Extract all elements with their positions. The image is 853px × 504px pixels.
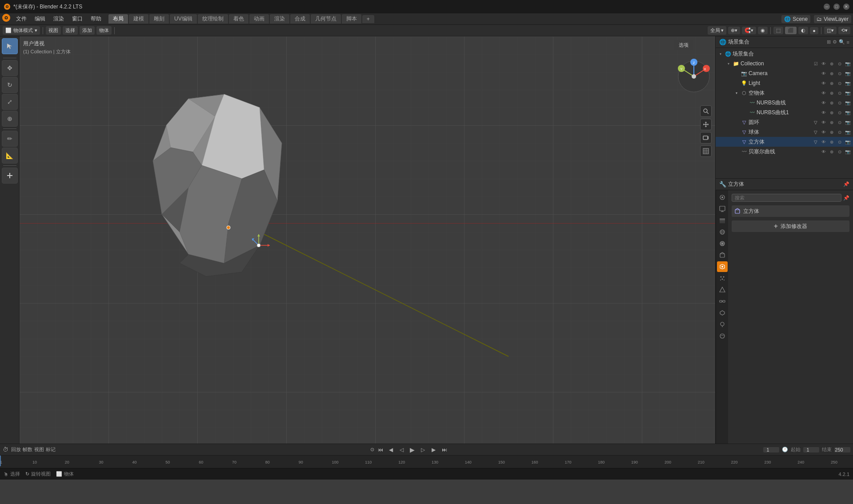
window-menu[interactable]: 窗口 [68,14,86,24]
render-props-tab[interactable] [717,192,728,203]
pan-icon-btn[interactable] [700,119,712,130]
outliner-cube[interactable]: ▽ 立方体 ▽ 👁 ⊕ ⊙ 📷 [716,137,853,147]
transform-tool[interactable]: ⊕ [2,111,18,127]
outliner-torus[interactable]: ▽ 圆环 ▽ 👁 ⊕ ⊙ 📷 [716,117,853,127]
outliner-camera[interactable]: 📷 Camera 👁 ⊕ ⊙ 📷 [716,68,853,78]
torus-filter[interactable]: ▽ [812,119,819,126]
torus-eye[interactable]: 👁 [820,119,827,126]
camera-hide[interactable]: ⊙ [836,70,843,77]
next-keyframe-btn[interactable]: ▷ [419,445,428,454]
light-cursor[interactable]: ⊕ [828,80,835,87]
file-menu[interactable]: 文件 [12,14,30,24]
select-menu-btn[interactable]: 选择 [63,26,78,35]
collection-eye[interactable]: 👁 [820,60,827,67]
collection-render[interactable]: 📷 [844,60,851,67]
nurbs2-eye[interactable]: 👁 [820,109,827,116]
workspace-tab-uv[interactable]: UV编辑 [170,14,197,24]
frame-menu[interactable]: 帧数 [23,446,32,453]
mode-selector[interactable]: ⬜ 物体模式 ▾ [3,26,40,35]
outliner-empty[interactable]: ▾ ⬡ 空物体 👁 ⊕ ⊙ 📷 [716,88,853,98]
prev-frame-btn[interactable]: ◀ [387,445,396,454]
playback-menu[interactable]: 回放 [11,446,21,453]
outliner-scene-collection[interactable]: ▾ 🌐 场景集合 [716,49,853,59]
grid-icon-btn[interactable] [700,145,712,157]
close-btn[interactable]: ✕ [843,4,849,10]
nurbs1-hide[interactable]: ⊙ [836,99,843,106]
empty-eye[interactable]: 👁 [820,89,827,96]
sphere-cursor[interactable]: ⊕ [828,128,835,136]
light-render[interactable]: 📷 [844,80,851,87]
output-props-tab[interactable] [717,204,728,214]
material-shading-btn[interactable]: ◐ [798,27,808,34]
outliner-nurbs1[interactable]: 〰 NURBS曲线 👁 ⊕ ⊙ 📷 [716,98,853,108]
workspace-tab-modeling[interactable]: 建模 [129,14,148,24]
object-props-tab[interactable] [717,250,728,260]
cube-render[interactable]: 📷 [844,138,851,145]
sphere-eye[interactable]: 👁 [820,128,827,136]
properties-search[interactable] [732,194,841,202]
global-selector-btn[interactable]: 全局 ▾ [708,26,726,35]
maximize-btn[interactable]: □ [833,4,840,10]
outliner-filter-icon[interactable]: ⊞ [827,39,831,45]
modifier-props-tab[interactable] [717,261,728,272]
cube-cursor[interactable]: ⊕ [828,138,835,145]
workspace-tab-compositing[interactable]: 合成 [290,14,310,24]
proportional-edit-btn[interactable]: ◉ [758,27,768,34]
pin-icon[interactable]: 📌 [843,181,849,187]
snap-btn[interactable]: 🧲▾ [742,27,756,34]
nurbs2-hide[interactable]: ⊙ [836,109,843,116]
scale-tool[interactable]: ⤢ [2,94,18,110]
sphere-filter[interactable]: ▽ [812,128,819,136]
empty-hide[interactable]: ⊙ [836,89,843,96]
jump-start-btn[interactable]: ⏮ [376,445,385,454]
collection-hide[interactable]: ⊙ [836,60,843,67]
outliner-options-icon[interactable]: ≡ [847,40,849,45]
particles-props-tab[interactable] [717,273,728,284]
object-menu-btn[interactable]: 物体 [96,26,112,35]
viewlayer-selector[interactable]: 🗂 ViewLayer [814,15,851,23]
constraints-props-tab[interactable] [717,296,728,307]
workspace-tab-sculpt[interactable]: 雕刻 [149,14,169,24]
scene-props-tab[interactable] [717,227,728,237]
properties-pin-btn[interactable]: 📌 [843,195,849,201]
shader-props-tab[interactable] [717,331,728,341]
torus-render[interactable]: 📷 [844,119,851,126]
workspace-tab-layout[interactable]: 布局 [108,14,128,24]
next-frame-btn[interactable]: ▶ [429,445,438,454]
nurbs1-cursor[interactable]: ⊕ [828,99,835,106]
nurbs2-render[interactable]: 📷 [844,109,851,116]
sphere-render[interactable]: 📷 [844,128,851,136]
wireframe-shading-btn[interactable]: ⬚ [773,27,783,34]
minimize-btn[interactable]: ─ [824,4,830,10]
outliner-sphere[interactable]: ▽ 球体 ▽ 👁 ⊕ ⊙ 📷 [716,127,853,137]
workspace-tab-render[interactable]: 渲染 [270,14,289,24]
cube-filter[interactable]: ▽ [812,138,819,145]
measure-tool[interactable]: 📐 [2,148,18,164]
collection-cursor[interactable]: ⊕ [828,60,835,67]
annotate-tool[interactable]: ✏ [2,131,18,147]
playback-view-menu[interactable]: 视图 [34,446,44,453]
edit-menu[interactable]: 编辑 [31,14,49,24]
viewport-select-button[interactable]: 选项 [674,40,693,50]
move-tool[interactable]: ✥ [2,60,18,76]
view-menu-btn[interactable]: 视图 [46,26,61,35]
start-frame-input[interactable] [803,447,819,452]
nurbs2-cursor[interactable]: ⊕ [828,109,835,116]
marker-menu[interactable]: 标记 [46,446,56,453]
camera-icon-btn[interactable] [700,132,712,144]
viewlayer-props-tab[interactable] [717,215,728,226]
outliner-collection[interactable]: ▾ 📁 Collection ☑ 👁 ⊕ ⊙ 📷 [716,59,853,68]
help-menu[interactable]: 帮助 [87,14,105,24]
outliner-nurbs2[interactable]: 〰 NURBS曲线1 👁 ⊕ ⊙ 📷 [716,108,853,117]
camera-eye[interactable]: 👁 [820,70,827,77]
collection-checkbox[interactable]: ☑ [812,60,819,67]
object-data-props-tab[interactable] [717,308,728,318]
workspace-tab-add[interactable]: + [362,15,374,23]
add-cube-tool[interactable] [2,168,18,184]
light-hide[interactable]: ⊙ [836,80,843,87]
current-frame-input[interactable] [763,447,779,452]
render-shading-btn[interactable]: ● [810,27,818,34]
light-eye[interactable]: 👁 [820,80,827,87]
zoom-icon-btn[interactable] [700,105,712,117]
timeline-ruler[interactable]: 1 10 20 30 40 50 60 70 80 90 100 110 120… [0,456,853,468]
